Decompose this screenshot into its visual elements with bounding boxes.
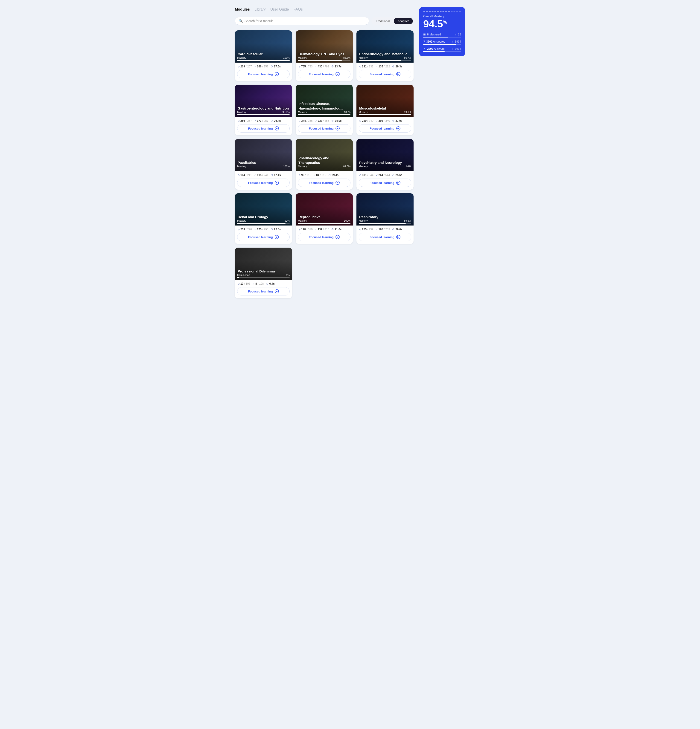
focused-learning-button-musculo[interactable]: Focused learning ▶ — [359, 124, 411, 132]
focused-learning-button-cardiovascular[interactable]: Focused learning ▶ — [237, 70, 290, 78]
mastery-dash-12 — [456, 12, 458, 12]
stat-val-endocrinology-0: 231 — [362, 65, 367, 68]
module-image-dermatology: Dermatology, ENT and Eyes Mastery 83.5% — [295, 30, 353, 62]
stat-item-infectious-1: ✓ 238 / 356 — [315, 119, 329, 122]
focused-learning-button-renal[interactable]: Focused learning ▶ — [237, 233, 290, 241]
module-mastery-pct-endocrinology: 80.7% — [404, 57, 411, 59]
module-title-pharmacology: Pharmacology and Therapeutics — [298, 156, 350, 165]
focused-learning-button-professional[interactable]: Focused learning ▶ — [237, 287, 290, 295]
module-bar-track-dermatology — [298, 60, 351, 61]
focused-learning-button-paediatrics[interactable]: Focused learning ▶ — [237, 179, 290, 187]
stat-item-gastro-1: ✓ 173 / 257 — [254, 119, 268, 122]
module-bar-track-cardiovascular — [237, 60, 290, 61]
focused-btn-label-psychiatry: Focused learning — [370, 181, 394, 184]
focused-btn-icon-reproductive: ▶ — [336, 235, 340, 239]
focused-learning-button-endocrinology[interactable]: Focused learning ▶ — [359, 70, 411, 78]
nav-tab-library[interactable]: Library — [255, 7, 266, 12]
module-bar-fill-respiratory — [359, 223, 406, 224]
stat-item-dermatology-2: ⏱ 23.7s — [331, 65, 342, 68]
mastery-dash-8 — [445, 12, 447, 12]
stat-item-gastro-0: ⊙ 256 / 257 — [238, 119, 252, 122]
module-stats-renal: ⊙ 253 / 290 ✓ 175 / 290 ⏱ 22.4s — [235, 225, 292, 233]
stat-item-reproductive-0: ⊙ 178 / 310 — [298, 228, 313, 231]
stat-val-renal-2: 22.4s — [274, 228, 281, 231]
mastery-stat-bar-track-2 — [423, 51, 461, 52]
module-title-psychiatry: Psychiatry and Neurology — [359, 160, 411, 165]
module-mastery-label-musculo: Mastery — [359, 111, 368, 113]
stat-item-dermatology-0: ⊙ 765 / 793 — [298, 65, 313, 68]
focused-btn-icon-respiratory: ▶ — [396, 235, 400, 239]
module-mastery-pct-infectious: 100% — [344, 111, 351, 113]
module-mastery-bar-musculo: Mastery 99.6% — [357, 111, 413, 117]
mastery-dash-10 — [451, 12, 453, 12]
module-stats-infectious: ⊙ 344 / 356 ✓ 238 / 356 ⏱ 24.0s — [295, 117, 353, 124]
stat-item-pharmacology-1: ✓ 84 / 115 — [313, 173, 326, 177]
mastery-stat-icon-2: ✓ — [423, 47, 426, 50]
mastery-stat-row-0: ⊞ 8 Mastered / 12 — [423, 33, 461, 38]
module-mastery-pct-gastro: 99.8% — [282, 111, 290, 113]
mastery-dash-6 — [440, 12, 442, 12]
stat-item-renal-1: ✓ 175 / 290 — [254, 228, 268, 231]
stat-icon-dermatology-0: ⊙ — [298, 65, 300, 68]
focused-btn-label-musculo: Focused learning — [370, 127, 394, 130]
focused-btn-label-cardiovascular: Focused learning — [248, 73, 273, 76]
focused-btn-icon-dermatology: ▶ — [336, 72, 340, 76]
stat-val-reproductive-0: 178 — [301, 228, 306, 231]
focused-learning-button-gastro[interactable]: Focused learning ▶ — [237, 124, 290, 132]
module-card-reproductive: Reproductive Mastery 100% ⊙ 178 / 310 ✓ … — [295, 193, 353, 244]
nav-tab-modules[interactable]: Modules — [235, 7, 250, 12]
module-card-gastro: Gastroenterology and Nutrition Mastery 9… — [235, 85, 292, 135]
stat-val-musculo-1: 208 — [378, 119, 383, 122]
module-image-infectious: Infectious Disease, Haematology, Immunol… — [295, 85, 353, 117]
stat-total-paediatrics-1: / 241 — [262, 173, 268, 177]
module-bar-track-professional — [237, 277, 290, 278]
module-mastery-label-psychiatry: Mastery — [359, 165, 368, 168]
module-mastery-bar-pharmacology: Mastery 89.6% — [295, 165, 353, 171]
nav-tab-faqs[interactable]: FAQs — [294, 7, 303, 12]
stat-icon-pharmacology-2: ⏱ — [328, 174, 331, 177]
module-mastery-label-endocrinology: Mastery — [359, 57, 368, 59]
focused-learning-button-dermatology[interactable]: Focused learning ▶ — [298, 70, 351, 78]
focused-btn-icon-pharmacology: ▶ — [336, 181, 340, 185]
focused-learning-button-psychiatry[interactable]: Focused learning ▶ — [359, 179, 411, 187]
stat-item-pharmacology-0: ⊙ 99 / 115 — [298, 173, 311, 177]
stat-item-dermatology-1: ✓ 430 / 793 — [315, 65, 329, 68]
focused-learning-button-infectious[interactable]: Focused learning ▶ — [298, 124, 351, 132]
stat-item-respiratory-0: ⊙ 255 / 259 — [359, 228, 374, 231]
stat-val-paediatrics-0: 164 — [240, 173, 245, 177]
stat-icon-paediatrics-2: ⏱ — [271, 174, 273, 177]
stat-total-musculo-1: / 340 — [384, 119, 390, 122]
module-image-gastro: Gastroenterology and Nutrition Mastery 9… — [235, 85, 292, 117]
module-mastery-label-cardiovascular: Mastery — [237, 57, 246, 59]
stat-icon-renal-2: ⏱ — [271, 228, 273, 231]
module-bar-track-reproductive — [298, 223, 351, 224]
stat-icon-psychiatry-1: ✓ — [376, 174, 378, 177]
mastery-stat-bar-wrap-2 — [423, 51, 461, 52]
focused-learning-button-pharmacology[interactable]: Focused learning ▶ — [298, 179, 351, 187]
mastery-label: Overall Mastery: — [423, 15, 461, 18]
focused-btn-icon-psychiatry: ▶ — [396, 181, 400, 185]
module-mastery-bar-psychiatry: Mastery 99% — [357, 165, 413, 171]
focused-learning-button-reproductive[interactable]: Focused learning ▶ — [298, 233, 351, 241]
focused-learning-button-respiratory[interactable]: Focused learning ▶ — [359, 233, 411, 241]
module-bar-fill-musculo — [359, 114, 411, 115]
mastery-stat-total-1: 3994 — [455, 40, 461, 43]
module-bar-track-endocrinology — [359, 60, 411, 61]
focused-btn-label-dermatology: Focused learning — [309, 73, 334, 76]
module-card-cardiovascular: Cardiovascular Mastery 100% ⊙ 209 / 257 … — [235, 30, 292, 81]
traditional-mode-button[interactable]: Traditional — [372, 18, 393, 24]
stat-icon-professional-1: ✓ — [253, 282, 255, 285]
focused-btn-label-infectious: Focused learning — [309, 127, 334, 130]
stat-total-cardiovascular-1: / 257 — [262, 65, 268, 68]
search-input[interactable] — [244, 19, 365, 23]
stat-total-dermatology-1: / 793 — [323, 65, 329, 68]
stat-icon-dermatology-2: ⏱ — [331, 65, 334, 68]
adaptive-mode-button[interactable]: Adaptive — [394, 18, 413, 24]
stat-val-pharmacology-0: 99 — [301, 173, 304, 177]
module-stats-pharmacology: ⊙ 99 / 115 ✓ 84 / 115 ⏱ 29.4s — [295, 171, 353, 179]
stat-val-reproductive-1: 139 — [318, 228, 322, 231]
module-mastery-pct-respiratory: 89.5% — [404, 219, 411, 222]
nav-tab-user-guide[interactable]: User Guide — [270, 7, 289, 12]
module-image-musculo: Musculoskeletal Mastery 99.6% — [357, 85, 413, 117]
mastery-card: Overall Mastery: 94.5% ⊞ 8 Mastered / 12… — [419, 7, 465, 57]
